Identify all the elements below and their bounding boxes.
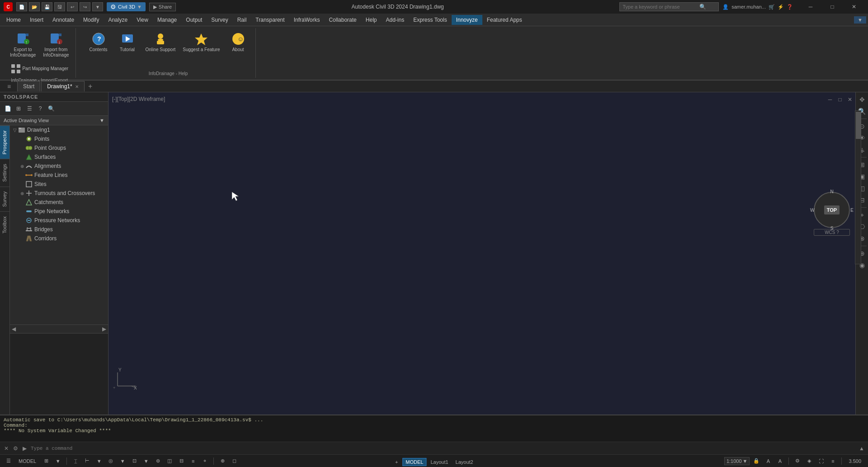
toolspace-search-btn[interactable]: 🔍: [46, 104, 56, 114]
hamburger-menu[interactable]: ≡: [4, 81, 14, 92]
tree-item-pipenetworks[interactable]: Pipe Networks: [10, 207, 108, 216]
open-btn[interactable]: 📂: [29, 2, 40, 11]
sb-dyn-btn[interactable]: ⊟: [176, 456, 186, 466]
tree-item-bridges[interactable]: Bridges: [10, 225, 108, 234]
cmd-close-btn[interactable]: ✕: [2, 444, 11, 453]
tree-item-alignments[interactable]: ⊕ Alignments: [10, 162, 108, 171]
help-icon[interactable]: ❓: [787, 4, 793, 10]
layout1-tab[interactable]: Layout1: [427, 458, 451, 466]
sb-annotscale-btn[interactable]: A: [763, 456, 773, 466]
sb-fullscreen-btn[interactable]: ⛶: [816, 456, 826, 466]
vp-minimize-btn[interactable]: ─: [826, 95, 835, 104]
sb-workspace-btn[interactable]: ⚙: [793, 456, 802, 466]
sb-polar-settings-btn[interactable]: ▼: [118, 456, 127, 466]
sb-model-btn[interactable]: MODEL: [15, 457, 39, 465]
tutorial-btn[interactable]: Tutorial: [114, 30, 141, 54]
tree-item-surfaces[interactable]: Surfaces: [10, 152, 108, 162]
sb-qp-btn[interactable]: ⊕: [217, 456, 227, 466]
sb-ortho-btn[interactable]: ⊢: [82, 456, 92, 466]
menu-annotate[interactable]: Annotate: [48, 15, 79, 25]
side-tab-survey[interactable]: Survey: [0, 186, 9, 211]
sb-annotscale2-btn[interactable]: A: [775, 456, 785, 466]
menu-infraworks[interactable]: InfraWorks: [289, 15, 325, 25]
suggest-feature-btn[interactable]: Suggest a Feature: [180, 30, 222, 54]
settings-icon[interactable]: ⚡: [778, 4, 784, 10]
tree-item-catchments[interactable]: Catchments: [10, 198, 108, 207]
save-btn[interactable]: 💾: [42, 2, 52, 11]
menu-innovyze[interactable]: Innovyze: [452, 15, 482, 25]
minimize-btn[interactable]: ─: [800, 0, 821, 14]
layout-add-btn[interactable]: +: [392, 457, 401, 467]
menu-view[interactable]: View: [132, 15, 153, 25]
close-btn[interactable]: ✕: [844, 0, 864, 14]
tree-item-pressurenetworks[interactable]: Pressure Networks: [10, 216, 108, 225]
sb-isolate-btn[interactable]: ◈: [804, 456, 814, 466]
viewport-container[interactable]: [-][Top][2D Wireframe] ─ □ ✕ N S W E TOP…: [108, 92, 868, 415]
side-tab-settings[interactable]: Settings: [0, 159, 9, 186]
toolspace-new-btn[interactable]: 📄: [3, 104, 13, 114]
tree-scroll-right[interactable]: ▶: [102, 326, 106, 332]
sb-lw-btn[interactable]: ≡: [188, 456, 198, 466]
menu-survey[interactable]: Survey: [207, 15, 232, 25]
sb-tp-btn[interactable]: ⌖: [200, 456, 210, 466]
vert-scrollbar-thumb[interactable]: [856, 112, 861, 139]
vp-maximize-btn[interactable]: □: [835, 95, 844, 104]
menu-featured-apps[interactable]: Featured Apps: [482, 15, 527, 25]
menu-collaborate[interactable]: Collaborate: [324, 15, 361, 25]
about-btn[interactable]: ☺ About: [225, 30, 252, 54]
tab-add-btn[interactable]: +: [85, 81, 95, 91]
sb-ortho-settings-btn[interactable]: ▼: [94, 456, 104, 466]
menu-rail[interactable]: Rail: [233, 15, 251, 25]
tree-item-corridors[interactable]: Corridors: [10, 234, 108, 243]
tree-root[interactable]: ▽ Drawing1: [10, 125, 108, 134]
share-button[interactable]: ▶ Share: [149, 3, 176, 11]
import-infodrainage-btn[interactable]: ↓ Import fromInfoDrainage: [40, 30, 71, 60]
tree-item-turnouts[interactable]: ⊕ Turnouts and Crossovers: [10, 189, 108, 198]
sb-polar-btn[interactable]: ◎: [106, 456, 116, 466]
toolspace-dropdown[interactable]: Active Drawing View ▼: [0, 116, 108, 125]
layout2-tab[interactable]: Layout2: [453, 458, 476, 466]
tree-alignments-expand[interactable]: ⊕: [19, 163, 25, 169]
sb-osnap-settings-btn[interactable]: ▼: [141, 456, 151, 466]
tab-drawing1[interactable]: Drawing1* ✕: [41, 81, 84, 91]
vert-scrollbar[interactable]: [855, 110, 861, 264]
toolspace-grid-btn[interactable]: ⊞: [14, 104, 24, 114]
tree-item-featurelines[interactable]: Feature Lines: [10, 171, 108, 180]
side-tab-toolbox[interactable]: Toolbox: [0, 211, 9, 238]
layout-model-tab[interactable]: MODEL: [402, 458, 426, 466]
menu-home[interactable]: Home: [2, 15, 25, 25]
undo-btn[interactable]: ↩: [67, 2, 78, 11]
sb-zoom-label[interactable]: 3.500: [845, 457, 864, 465]
sb-scale-lock-btn[interactable]: 🔒: [751, 456, 761, 466]
menu-express-tools[interactable]: Express Tools: [409, 15, 451, 25]
sb-3dosnap-btn[interactable]: ⊚: [153, 456, 163, 466]
sb-menu-btn[interactable]: ☰: [4, 456, 14, 466]
redo-btn[interactable]: ↪: [80, 2, 90, 11]
menu-modify[interactable]: Modify: [79, 15, 104, 25]
contents-btn[interactable]: ? Contents: [85, 30, 112, 54]
cart-icon[interactable]: 🛒: [769, 4, 775, 10]
compass-center[interactable]: TOP: [824, 205, 840, 214]
vp-close-btn[interactable]: ✕: [845, 95, 854, 104]
maximize-btn[interactable]: □: [822, 0, 843, 14]
export-infodrainage-btn[interactable]: ↑ Export toInfoDrainage: [7, 30, 38, 60]
menu-insert[interactable]: Insert: [25, 15, 48, 25]
side-tab-prospector[interactable]: Prospector: [0, 125, 9, 159]
tree-scroll-left[interactable]: ◀: [12, 326, 16, 332]
app-name-badge[interactable]: ⚙ Civil 3D ▼: [107, 2, 146, 11]
online-support-btn[interactable]: Online Support: [143, 30, 179, 54]
tree-item-sites[interactable]: Sites: [10, 180, 108, 189]
tab-drawing1-close[interactable]: ✕: [75, 84, 79, 89]
menu-analyze[interactable]: Analyze: [104, 15, 132, 25]
cmd-settings-btn[interactable]: ⚙: [11, 444, 20, 453]
search-input[interactable]: [623, 4, 699, 10]
sb-snap-btn[interactable]: ⌶: [71, 456, 80, 466]
menu-manage[interactable]: Manage: [153, 15, 181, 25]
menu-add-ins[interactable]: Add-ins: [381, 15, 409, 25]
toolspace-list-btn[interactable]: ☰: [24, 104, 34, 114]
sb-grid-settings-btn[interactable]: ▼: [53, 456, 63, 466]
sb-otrack-btn[interactable]: ◫: [165, 456, 175, 466]
tree-root-expand[interactable]: ▽: [12, 127, 18, 133]
sb-custom-btn[interactable]: ≡: [828, 456, 838, 466]
ribbon-options[interactable]: ▼: [854, 16, 866, 24]
